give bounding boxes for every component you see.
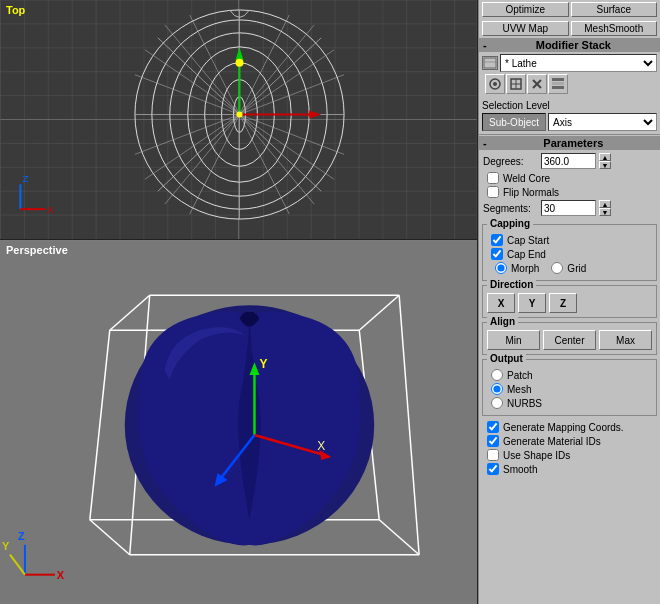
modifier-icon	[482, 56, 498, 70]
align-group: Align Min Center Max	[482, 322, 657, 355]
gen-mapping-checkbox[interactable]	[487, 421, 499, 433]
cap-end-label: Cap End	[507, 249, 546, 260]
svg-text:Y: Y	[2, 540, 10, 552]
x-direction-btn[interactable]: X	[487, 293, 515, 313]
max-align-btn[interactable]: Max	[599, 330, 652, 350]
mesh-smooth-button[interactable]: MeshSmooth	[571, 21, 658, 36]
configure-modifier-btn[interactable]	[548, 74, 568, 94]
cap-start-row: Cap Start	[487, 234, 652, 246]
svg-text:Z: Z	[22, 173, 28, 184]
parameters-label: Parameters	[491, 137, 656, 149]
grid-label: Grid	[567, 263, 586, 274]
segments-up-btn[interactable]: ▲	[599, 200, 611, 208]
cap-start-checkbox[interactable]	[491, 234, 503, 246]
icon-toolbar	[482, 72, 657, 96]
capping-title: Capping	[487, 218, 533, 229]
segments-down-btn[interactable]: ▼	[599, 208, 611, 216]
mesh-label: Mesh	[507, 384, 531, 395]
align-title: Align	[487, 316, 518, 327]
modifier-dropdown[interactable]: * Lathe	[500, 54, 657, 72]
pin-icon-btn[interactable]	[485, 74, 505, 94]
center-align-btn[interactable]: Center	[543, 330, 596, 350]
direction-group: Direction X Y Z	[482, 285, 657, 318]
modifier-stack-label: Modifier Stack	[491, 39, 656, 51]
flip-normals-row: Flip Normals	[483, 186, 656, 198]
morph-label: Morph	[511, 263, 539, 274]
segments-input[interactable]	[541, 200, 596, 216]
use-shape-ids-checkbox[interactable]	[487, 449, 499, 461]
svg-text:X: X	[317, 439, 325, 453]
uvw-map-button[interactable]: UVW Map	[482, 21, 569, 36]
degrees-up-btn[interactable]: ▲	[599, 153, 611, 161]
degrees-down-btn[interactable]: ▼	[599, 161, 611, 169]
svg-text:X: X	[57, 569, 65, 581]
flip-normals-label: Flip Normals	[503, 187, 559, 198]
min-align-btn[interactable]: Min	[487, 330, 540, 350]
patch-radio-row: Patch	[487, 369, 652, 381]
gen-material-ids-checkbox[interactable]	[487, 435, 499, 447]
sub-object-btn[interactable]: Sub-Object	[482, 113, 546, 131]
degrees-row: Degrees: ▲ ▼	[483, 153, 656, 169]
viewport-perspective[interactable]: Y X Z X Y Perspective	[0, 240, 478, 604]
weld-core-label: Weld Core	[503, 173, 550, 184]
right-panel: Optimize Surface UVW Map MeshSmooth - Mo…	[478, 0, 660, 604]
y-direction-btn[interactable]: Y	[518, 293, 546, 313]
nurbs-radio[interactable]	[491, 397, 503, 409]
svg-text:Z: Z	[18, 530, 25, 542]
remove-modifier-btn[interactable]	[527, 74, 547, 94]
degrees-label: Degrees:	[483, 156, 538, 167]
selection-level-label: Selection Level	[482, 100, 657, 111]
select-by-icon-btn[interactable]	[506, 74, 526, 94]
nurbs-label: NURBS	[507, 398, 542, 409]
axis-select[interactable]: Axis	[548, 113, 657, 131]
flip-normals-checkbox[interactable]	[487, 186, 499, 198]
output-options: Patch Mesh NURBS	[487, 369, 652, 409]
cap-end-checkbox[interactable]	[491, 248, 503, 260]
svg-rect-99	[552, 86, 564, 89]
direction-title: Direction	[487, 279, 536, 290]
z-direction-btn[interactable]: Z	[549, 293, 577, 313]
smooth-label: Smooth	[503, 464, 537, 475]
gen-material-ids-row: Generate Material IDs	[483, 435, 656, 447]
grid-radio-row: Grid	[547, 262, 586, 274]
segments-row: Segments: ▲ ▼	[483, 200, 656, 216]
capping-group: Capping Cap Start Cap End Morph Grid	[482, 224, 657, 281]
gen-mapping-label: Generate Mapping Coords.	[503, 422, 624, 433]
nurbs-radio-row: NURBS	[487, 397, 652, 409]
degrees-spinner: ▲ ▼	[599, 153, 611, 169]
mesh-radio-row: Mesh	[487, 383, 652, 395]
top-buttons-row2: UVW Map MeshSmooth	[479, 19, 660, 38]
selection-row: Sub-Object Axis	[482, 113, 657, 131]
top-buttons-row: Optimize Surface	[479, 0, 660, 19]
segments-spinner: ▲ ▼	[599, 200, 611, 216]
surface-button[interactable]: Surface	[571, 2, 658, 17]
mesh-radio[interactable]	[491, 383, 503, 395]
direction-buttons: X Y Z	[487, 293, 652, 313]
patch-radio[interactable]	[491, 369, 503, 381]
svg-point-56	[236, 59, 244, 67]
svg-rect-97	[552, 78, 564, 81]
morph-radio[interactable]	[495, 262, 507, 274]
gen-material-ids-label: Generate Material IDs	[503, 436, 601, 447]
optimize-button[interactable]: Optimize	[482, 2, 569, 17]
align-buttons: Min Center Max	[487, 330, 652, 350]
parameters-section: Degrees: ▲ ▼ Weld Core Flip Normals Segm…	[479, 150, 660, 222]
segments-label: Segments:	[483, 203, 538, 214]
morph-radio-row: Morph	[491, 262, 539, 274]
grid-radio[interactable]	[551, 262, 563, 274]
svg-text:Y: Y	[259, 357, 267, 371]
cap-end-row: Cap End	[487, 248, 652, 260]
cap-start-label: Cap Start	[507, 235, 549, 246]
viewport-top[interactable]: Z X Top	[0, 0, 478, 240]
capping-radio-group: Morph Grid	[487, 262, 652, 276]
modifier-select-row: * Lathe	[482, 54, 657, 72]
output-group: Output Patch Mesh NURBS	[482, 359, 657, 416]
svg-rect-98	[552, 82, 564, 85]
smooth-checkbox[interactable]	[487, 463, 499, 475]
weld-core-checkbox[interactable]	[487, 172, 499, 184]
weld-core-row: Weld Core	[483, 172, 656, 184]
params-minus-icon: -	[483, 137, 487, 149]
use-shape-ids-label: Use Shape IDs	[503, 450, 570, 461]
bottom-checkboxes: Generate Mapping Coords. Generate Materi…	[479, 418, 660, 480]
degrees-input[interactable]	[541, 153, 596, 169]
